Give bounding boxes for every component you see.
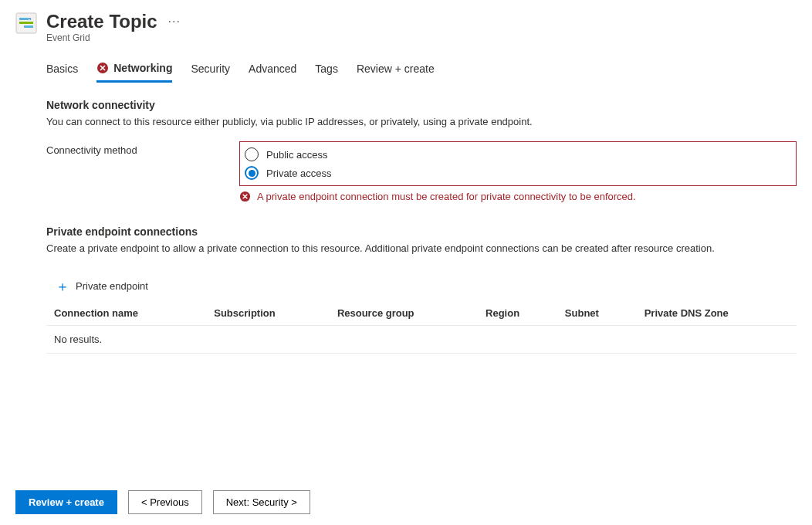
radio-private-access[interactable]: Private access <box>245 164 791 182</box>
page-title: Create Topic <box>46 11 157 32</box>
col-subscription: Subscription <box>206 301 330 326</box>
add-private-endpoint-button[interactable]: ＋ Private endpoint <box>56 280 148 292</box>
col-region: Region <box>478 301 557 326</box>
add-private-endpoint-label: Private endpoint <box>76 280 148 292</box>
event-grid-icon <box>15 12 37 34</box>
table-row: No results. <box>46 326 797 354</box>
connectivity-error: A private endpoint connection must be cr… <box>239 191 797 202</box>
tab-basics[interactable]: Basics <box>46 57 78 82</box>
connectivity-error-text: A private endpoint connection must be cr… <box>257 191 636 202</box>
page-header: Create Topic ··· Event Grid <box>15 11 803 43</box>
tab-advanced[interactable]: Advanced <box>249 57 296 82</box>
plus-icon: ＋ <box>56 281 69 292</box>
col-resource-group: Resource group <box>330 301 478 326</box>
svg-rect-1 <box>19 18 29 20</box>
connectivity-method-group: Public access Private access <box>239 141 797 186</box>
page-subtitle: Event Grid <box>46 32 181 43</box>
radio-checked-icon <box>245 166 259 180</box>
network-connectivity-heading: Network connectivity <box>46 99 797 111</box>
tab-tags[interactable]: Tags <box>315 57 338 82</box>
col-connection-name: Connection name <box>46 301 206 326</box>
review-create-button[interactable]: Review + create <box>15 490 117 514</box>
previous-button[interactable]: < Previous <box>128 490 202 514</box>
svg-rect-3 <box>24 25 33 28</box>
private-endpoint-table: Connection name Subscription Resource gr… <box>46 301 797 354</box>
more-actions-button[interactable]: ··· <box>168 15 181 29</box>
table-empty-text: No results. <box>46 326 797 354</box>
connectivity-method-label: Connectivity method <box>46 141 239 156</box>
col-private-dns: Private DNS Zone <box>637 301 797 326</box>
radio-public-access-label: Public access <box>266 149 327 161</box>
svg-rect-2 <box>19 22 33 24</box>
tab-review-create[interactable]: Review + create <box>357 57 435 82</box>
private-endpoint-description: Create a private endpoint to allow a pri… <box>46 242 797 254</box>
next-button[interactable]: Next: Security > <box>213 490 310 514</box>
col-subnet: Subnet <box>557 301 637 326</box>
error-icon <box>239 191 251 202</box>
radio-unchecked-icon <box>245 147 259 161</box>
tab-security[interactable]: Security <box>191 57 230 82</box>
radio-public-access[interactable]: Public access <box>245 145 791 164</box>
wizard-footer: Review + create < Previous Next: Securit… <box>15 490 310 514</box>
error-icon <box>96 62 109 74</box>
tab-networking[interactable]: Networking <box>96 57 172 83</box>
private-endpoint-heading: Private endpoint connections <box>46 225 797 238</box>
radio-private-access-label: Private access <box>266 168 332 179</box>
wizard-tabs: Basics Networking Security Advanced Tags… <box>46 57 797 82</box>
network-connectivity-description: You can connect to this resource either … <box>46 116 797 127</box>
